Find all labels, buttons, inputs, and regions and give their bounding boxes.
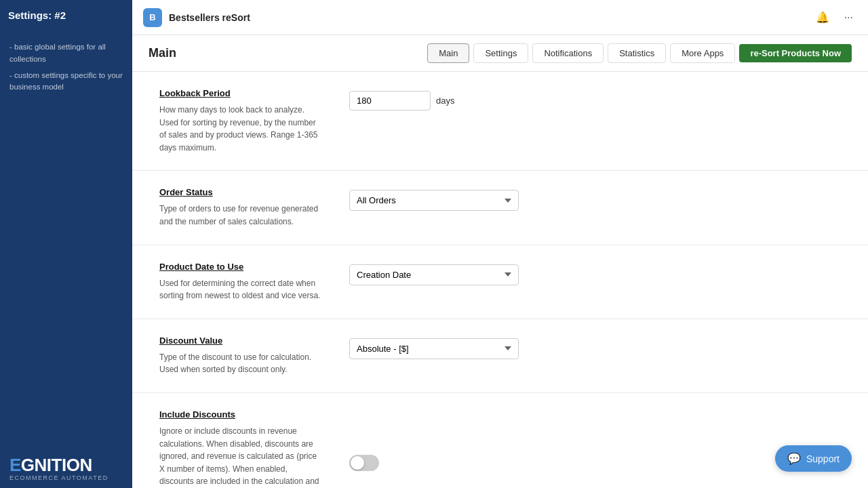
discount-value-label-col: Discount Value Type of the discount to u… — [159, 336, 322, 376]
topbar: B Bestsellers reSort 🔔 ··· — [132, 0, 868, 35]
sidebar-desc-line2: - custom settings specific to your busin… — [9, 70, 123, 94]
product-date-select[interactable]: Creation Date Published Date Updated Dat… — [349, 264, 519, 285]
lookback-input[interactable] — [349, 91, 431, 110]
lookback-control: days — [349, 88, 841, 154]
toggle-thumb — [351, 456, 364, 470]
lookback-desc: How many days to look back to analyze. U… — [159, 104, 322, 154]
sidebar-header: Settings: #2 — [0, 0, 132, 33]
discount-value-control: Absolute - [$] Percentage - [%] — [349, 336, 841, 376]
brand-e-letter: E — [9, 455, 21, 475]
include-discounts-desc: Ignore or include discounts in revenue c… — [159, 425, 322, 488]
section-order-status: Order Status Type of orders to use for r… — [132, 171, 868, 245]
sidebar-footer: EGNITION ECOMMERCE AUTOMATED — [0, 447, 132, 488]
tab-more-apps[interactable]: More Apps — [670, 43, 735, 63]
sidebar: Settings: #2 - basic global settings for… — [0, 0, 132, 488]
include-discounts-control — [349, 409, 841, 488]
lookback-unit: days — [436, 91, 454, 106]
sidebar-description: - basic global settings for all collecti… — [0, 33, 132, 102]
product-date-control: Creation Date Published Date Updated Dat… — [349, 262, 841, 302]
tab-resort-products[interactable]: re-Sort Products Now — [739, 44, 852, 62]
section-product-date: Product Date to Use Used for determining… — [132, 245, 868, 319]
order-status-control: All Orders Paid Orders Completed Orders — [349, 187, 841, 228]
order-status-label-col: Order Status Type of orders to use for r… — [159, 187, 322, 228]
include-discounts-toggle[interactable] — [349, 455, 379, 471]
toggle-track — [349, 455, 379, 471]
more-options-button[interactable]: ··· — [840, 9, 857, 26]
page-header: Main Main Settings Notifications Statist… — [132, 35, 868, 72]
brand-tagline: ECOMMERCE AUTOMATED — [9, 474, 123, 481]
section-include-discounts: Include Discounts Ignore or include disc… — [132, 393, 868, 488]
tab-main[interactable]: Main — [427, 43, 469, 63]
tab-settings[interactable]: Settings — [473, 43, 528, 63]
discount-value-select[interactable]: Absolute - [$] Percentage - [%] — [349, 338, 519, 359]
brand-name-rest: GNITION — [21, 455, 92, 475]
section-lookback-period: Lookback Period How many days to look ba… — [132, 72, 868, 171]
main-area: B Bestsellers reSort 🔔 ··· Main Main Set… — [132, 0, 868, 488]
order-status-select[interactable]: All Orders Paid Orders Completed Orders — [349, 190, 519, 211]
app-name: Bestsellers reSort — [169, 12, 484, 23]
content-area: Main Main Settings Notifications Statist… — [132, 35, 868, 488]
support-label: Support — [806, 453, 840, 464]
bell-icon-button[interactable]: 🔔 — [812, 8, 833, 26]
brand-logo-row: EGNITION — [9, 456, 123, 474]
page-nav: Main Settings Notifications Statistics M… — [427, 43, 852, 63]
support-button[interactable]: 💬 Support — [775, 445, 852, 472]
chat-icon: 💬 — [787, 452, 801, 465]
product-date-label-col: Product Date to Use Used for determining… — [159, 262, 322, 302]
section-discount-value: Discount Value Type of the discount to u… — [132, 319, 868, 393]
brand-logo-text: EGNITION — [9, 456, 92, 474]
discount-value-title: Discount Value — [159, 336, 322, 346]
brand-logo: EGNITION ECOMMERCE AUTOMATED — [9, 456, 123, 481]
order-status-title: Order Status — [159, 187, 322, 197]
tab-notifications[interactable]: Notifications — [532, 43, 604, 63]
app-icon: B — [143, 8, 162, 27]
lookback-title: Lookback Period — [159, 88, 322, 98]
product-date-title: Product Date to Use — [159, 262, 322, 272]
order-status-desc: Type of orders to use for revenue genera… — [159, 203, 322, 228]
sidebar-title: Settings: #2 — [8, 9, 124, 21]
page-title: Main — [149, 46, 176, 60]
lookback-label-col: Lookback Period How many days to look ba… — [159, 88, 322, 154]
sidebar-desc-line1: - basic global settings for all collecti… — [9, 41, 123, 66]
tab-statistics[interactable]: Statistics — [608, 43, 666, 63]
include-discounts-title: Include Discounts — [159, 409, 322, 420]
settings-content: Lookback Period How many days to look ba… — [132, 72, 868, 488]
discount-value-desc: Type of the discount to use for calculat… — [159, 351, 322, 376]
include-discounts-label-col: Include Discounts Ignore or include disc… — [159, 409, 322, 488]
product-date-desc: Used for determining the correct date wh… — [159, 277, 322, 302]
